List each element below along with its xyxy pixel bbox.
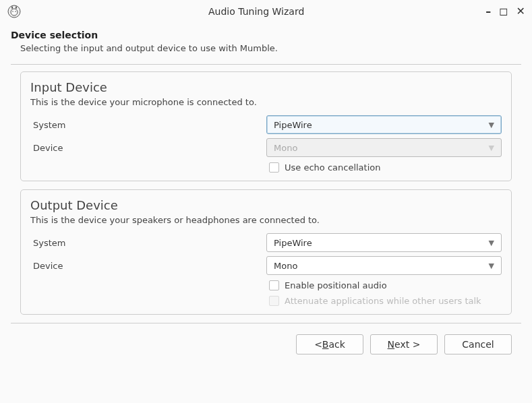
- attenuate-label: Attenuate applications while other users…: [285, 296, 481, 306]
- output-system-label: System: [30, 238, 266, 248]
- chevron-down-icon: ▼: [489, 121, 494, 129]
- input-device-value: Mono: [274, 143, 297, 153]
- cancel-button[interactable]: Cancel: [444, 334, 512, 354]
- close-button[interactable]: ✕: [516, 6, 525, 17]
- maximize-button[interactable]: ◻: [499, 6, 508, 17]
- chevron-down-icon: ▼: [489, 239, 494, 247]
- input-group-title: Input Device: [30, 80, 502, 94]
- output-system-value: PipeWire: [274, 238, 312, 248]
- attenuate-row: Attenuate applications while other users…: [30, 296, 502, 306]
- wizard-button-bar: < Back Next > Cancel: [0, 330, 532, 354]
- window-controls: – ◻ ✕: [485, 6, 525, 17]
- input-system-value: PipeWire: [274, 120, 312, 130]
- positional-audio-row[interactable]: Enable positional audio: [30, 280, 502, 290]
- chevron-down-icon: ▼: [489, 261, 494, 270]
- input-device-select: Mono ▼: [266, 138, 502, 157]
- input-system-row: System PipeWire ▼: [30, 115, 502, 134]
- header-divider: [11, 64, 521, 65]
- minimize-button[interactable]: –: [485, 6, 491, 17]
- svg-point-3: [15, 11, 16, 12]
- output-device-group: Output Device This is the device your sp…: [20, 189, 512, 315]
- input-device-label: Device: [30, 143, 266, 153]
- output-group-subtitle: This is the device your speakers or head…: [30, 215, 502, 225]
- attenuate-checkbox: [269, 296, 279, 306]
- chevron-down-icon: ▼: [489, 144, 494, 152]
- input-system-label: System: [30, 120, 266, 130]
- next-button[interactable]: Next >: [370, 334, 438, 354]
- echo-cancel-label: Use echo cancellation: [285, 162, 380, 173]
- input-device-group: Input Device This is the device your mic…: [20, 71, 512, 181]
- input-device-row: Device Mono ▼: [30, 138, 502, 157]
- echo-cancel-checkbox[interactable]: [269, 162, 279, 173]
- page-heading: Device selection: [11, 30, 521, 40]
- output-device-select[interactable]: Mono ▼: [266, 256, 502, 275]
- input-system-select[interactable]: PipeWire ▼: [266, 115, 502, 134]
- back-button[interactable]: < Back: [296, 334, 363, 354]
- output-device-row: Device Mono ▼: [30, 256, 502, 275]
- echo-cancel-row[interactable]: Use echo cancellation: [30, 162, 502, 173]
- output-group-title: Output Device: [30, 198, 502, 212]
- positional-audio-label: Enable positional audio: [285, 280, 387, 290]
- svg-point-2: [12, 11, 13, 12]
- titlebar: Audio Tuning Wizard – ◻ ✕: [0, 0, 532, 20]
- output-device-value: Mono: [274, 261, 297, 271]
- app-icon: [7, 4, 22, 19]
- svg-point-1: [11, 9, 18, 16]
- output-system-select[interactable]: PipeWire ▼: [266, 233, 502, 252]
- page-subheading: Selecting the input and output device to…: [20, 43, 521, 53]
- input-group-subtitle: This is the device your microphone is co…: [30, 97, 502, 107]
- wizard-header: Device selection Selecting the input and…: [0, 20, 532, 59]
- output-device-label: Device: [30, 261, 266, 271]
- positional-audio-checkbox[interactable]: [269, 280, 279, 290]
- output-system-row: System PipeWire ▼: [30, 233, 502, 252]
- window-title: Audio Tuning Wizard: [27, 6, 485, 17]
- footer-divider: [11, 323, 521, 323]
